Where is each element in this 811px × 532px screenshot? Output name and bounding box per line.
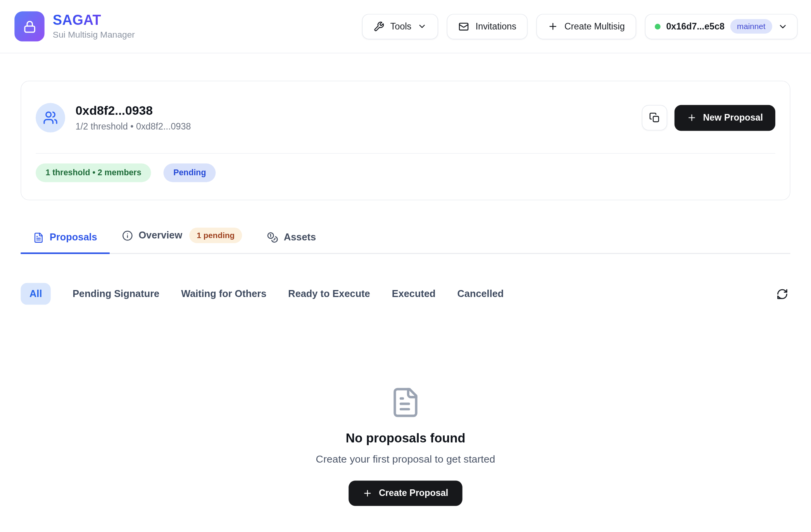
chevron-down-icon [778, 21, 788, 31]
mail-icon [459, 21, 469, 32]
filter-all[interactable]: All [21, 283, 51, 305]
multisig-card-header: 0xd8f2...0938 1/2 threshold • 0xd8f2...0… [36, 103, 775, 133]
refresh-icon [776, 288, 789, 300]
network-badge: mainnet [730, 19, 772, 33]
refresh-button[interactable] [774, 286, 790, 302]
create-proposal-label: Create Proposal [379, 488, 448, 499]
tab-proposals[interactable]: Proposals [21, 226, 109, 254]
copy-icon [649, 112, 660, 123]
pending-count-badge: 1 pending [190, 228, 242, 243]
plus-icon [363, 488, 373, 498]
tools-label: Tools [390, 21, 412, 32]
header-actions: Tools Invitations Create Multisig 0 [362, 14, 797, 39]
empty-state: No proposals found Create your first pro… [21, 387, 790, 506]
plus-icon [548, 21, 558, 32]
new-proposal-button[interactable]: New Proposal [675, 105, 775, 131]
multisig-address-title: 0xd8f2...0938 [76, 104, 191, 118]
multisig-badges: 1 threshold • 2 members Pending [36, 164, 775, 182]
tab-overview[interactable]: Overview 1 pending [110, 223, 254, 254]
membership-badge: 1 threshold • 2 members [36, 164, 151, 182]
file-text-icon [33, 232, 44, 243]
brand-text: SAGAT Sui Multisig Manager [53, 12, 135, 40]
empty-state-title: No proposals found [346, 431, 466, 445]
brand: SAGAT Sui Multisig Manager [14, 11, 135, 41]
create-multisig-label: Create Multisig [564, 21, 625, 32]
lock-icon [22, 19, 36, 33]
app-title: SAGAT [53, 12, 135, 28]
tab-proposals-label: Proposals [50, 232, 97, 243]
tab-overview-label: Overview [138, 230, 182, 241]
app-logo [14, 11, 44, 41]
multisig-subtitle: 1/2 threshold • 0xd8f2...0938 [76, 121, 191, 132]
app-subtitle: Sui Multisig Manager [53, 30, 135, 40]
connection-status-dot [655, 24, 661, 29]
filter-cancelled[interactable]: Cancelled [457, 288, 504, 299]
filter-ready-to-execute[interactable]: Ready to Execute [288, 288, 370, 299]
empty-state-subtitle: Create your first proposal to get starte… [316, 453, 495, 465]
tab-bar: Proposals Overview 1 pending Assets [21, 223, 790, 254]
app-header: SAGAT Sui Multisig Manager Tools Invitat… [0, 0, 811, 53]
multisig-avatar [36, 103, 65, 133]
invitations-label: Invitations [476, 21, 516, 32]
status-badge: Pending [164, 164, 216, 182]
users-icon [43, 110, 58, 125]
new-proposal-label: New Proposal [703, 112, 763, 123]
proposal-filters: All Pending Signature Waiting for Others… [21, 283, 790, 305]
plus-icon [687, 113, 697, 123]
filter-executed[interactable]: Executed [392, 288, 436, 299]
wallet-selector-button[interactable]: 0x16d7...e5c8 mainnet [645, 14, 798, 39]
wallet-address: 0x16d7...e5c8 [666, 21, 725, 32]
app-root: SAGAT Sui Multisig Manager Tools Invitat… [0, 0, 811, 532]
filter-pending-signature[interactable]: Pending Signature [72, 288, 159, 299]
coins-icon [267, 232, 278, 243]
file-text-icon [390, 387, 422, 419]
invitations-button[interactable]: Invitations [447, 14, 528, 39]
chevron-down-icon [418, 22, 427, 31]
multisig-title-block: 0xd8f2...0938 1/2 threshold • 0xd8f2...0… [76, 104, 191, 132]
multisig-summary-card: 0xd8f2...0938 1/2 threshold • 0xd8f2...0… [21, 81, 790, 200]
copy-address-button[interactable] [642, 105, 667, 130]
create-proposal-button[interactable]: Create Proposal [349, 480, 462, 506]
multisig-card-actions: New Proposal [642, 105, 775, 131]
main-content: 0xd8f2...0938 1/2 threshold • 0xd8f2...0… [0, 81, 811, 506]
filter-waiting-for-others[interactable]: Waiting for Others [181, 288, 266, 299]
card-divider [36, 153, 775, 154]
tab-assets-label: Assets [284, 232, 316, 243]
create-multisig-button[interactable]: Create Multisig [537, 14, 636, 39]
wrench-icon [373, 21, 384, 32]
tab-assets[interactable]: Assets [254, 226, 328, 254]
tools-button[interactable]: Tools [362, 14, 438, 39]
info-icon [122, 230, 133, 241]
